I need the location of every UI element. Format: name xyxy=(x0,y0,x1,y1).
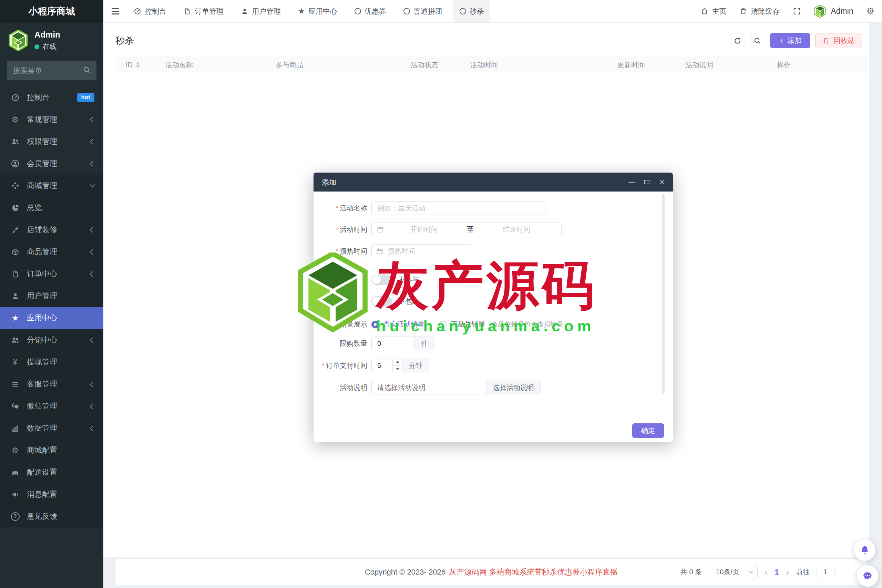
settings-gear-icon[interactable]: ⚙ xyxy=(867,6,874,16)
sidebar-item-shop-decor[interactable]: 店铺装修 xyxy=(0,219,104,241)
user-icon xyxy=(10,291,20,300)
sidebar-item-delivery[interactable]: 配送设置 xyxy=(0,461,104,483)
current-page-number[interactable]: 1 xyxy=(774,568,778,577)
sidebar-item-service[interactable]: 客服管理 xyxy=(0,373,104,395)
step-down-icon[interactable] xyxy=(393,366,402,372)
dialog-scrollbar[interactable] xyxy=(662,194,664,394)
wechat-icon xyxy=(10,402,20,411)
calendar-icon xyxy=(376,226,384,233)
maximize-icon[interactable] xyxy=(644,180,650,184)
sort-icon[interactable] xyxy=(136,62,140,68)
chevron-left-icon xyxy=(90,139,95,144)
fullscreen-button[interactable] xyxy=(793,7,801,15)
notification-bell-button[interactable] xyxy=(854,539,876,561)
goto-page-input[interactable] xyxy=(816,565,834,579)
pay-time-input[interactable] xyxy=(371,358,393,372)
sidebar-item-mall[interactable]: 商城管理 xyxy=(0,175,104,197)
tab-seckill[interactable]: 秒杀 xyxy=(453,0,490,22)
gears-icon: ⚙ xyxy=(10,115,20,124)
member-icon xyxy=(10,159,20,168)
tab-app-center[interactable]: ★ 应用中心 xyxy=(292,0,344,22)
start-time-placeholder[interactable]: 开始时间 xyxy=(384,225,464,234)
close-icon[interactable]: × xyxy=(659,177,664,187)
activity-name-input[interactable] xyxy=(371,201,545,215)
radio-total-sales[interactable] xyxy=(439,321,447,328)
sidebar: 小程序商城 Admin 在线 控制台 hot ⚙ 常规管理 xyxy=(0,0,104,588)
sidebar-item-dashboard[interactable]: 控制台 hot xyxy=(0,87,104,108)
activity-time-range-picker[interactable]: 开始时间 至 结束时间 xyxy=(371,222,562,236)
total-count: 共 0 条 xyxy=(681,567,702,577)
sidebar-item-message-config[interactable]: 消息配置 xyxy=(0,483,104,506)
column-header-description: 活动说明 xyxy=(686,60,777,70)
field-label-description: 活动说明 xyxy=(340,384,367,391)
gears-icon: ⚙ xyxy=(10,446,20,455)
search-icon xyxy=(82,66,91,74)
star-icon: ★ xyxy=(298,7,305,16)
sidebar-item-feedback[interactable]: ? 意见反馈 xyxy=(0,506,104,527)
sidebar-item-permissions[interactable]: 权限管理 xyxy=(0,130,104,153)
preheat-time-picker[interactable]: 预热时间 xyxy=(371,244,472,258)
recycle-bin-button[interactable]: 回收站 xyxy=(815,33,862,48)
table-header-row: ID 活动名称 参与商品 活动状态 活动时间 更新时间 活动说明 操作 xyxy=(116,57,867,73)
tab-user-management[interactable]: 用户管理 xyxy=(235,0,287,22)
pie-icon xyxy=(10,203,20,212)
top-navbar: 控制台 订单管理 用户管理 ★ 应用中心 优惠券 普通拼团 xyxy=(104,0,882,23)
home-icon xyxy=(700,7,708,15)
field-label-distribution: 是否参与分销 xyxy=(326,276,367,284)
column-header-id[interactable]: ID xyxy=(116,61,165,69)
user-profile[interactable]: Admin 在线 xyxy=(0,23,104,56)
step-up-icon[interactable] xyxy=(393,359,402,366)
radio-real-sales[interactable] xyxy=(371,321,379,328)
sidebar-item-mall-config[interactable]: ⚙ 商城配置 xyxy=(0,439,104,461)
order-file-icon xyxy=(10,269,20,278)
tab-order-management[interactable]: 订单管理 xyxy=(177,0,230,22)
sidebar-item-app-center[interactable]: ★ 应用中心 xyxy=(0,307,104,329)
dialog-body: *活动名称 *活动时间 开始时间 至 结束时间 *预热时间 预热时间 xyxy=(314,192,673,394)
user-status: 在线 xyxy=(43,42,57,51)
trash-icon xyxy=(740,7,747,15)
hamburger-menu-icon[interactable] xyxy=(104,0,128,22)
end-time-placeholder[interactable]: 结束时间 xyxy=(477,225,556,234)
copyright-link[interactable]: 灰产源码网 多端商城系统带秒杀优惠券小程序直播 xyxy=(449,567,618,578)
clear-cache-button[interactable]: 清除缓存 xyxy=(740,6,780,16)
refresh-button[interactable] xyxy=(730,33,745,48)
shipping-toggle[interactable] xyxy=(371,296,392,307)
purchase-limit-input[interactable] xyxy=(371,336,415,350)
chevron-left-icon xyxy=(90,337,95,343)
sidebar-item-general[interactable]: ⚙ 常规管理 xyxy=(0,108,104,130)
sidebar-item-wechat[interactable]: 微信管理 xyxy=(0,395,104,417)
chat-button[interactable] xyxy=(857,565,878,586)
home-link[interactable]: 主页 xyxy=(700,6,726,16)
sidebar-item-withdrawal[interactable]: ¥ 提现管理 xyxy=(0,351,104,373)
goods-box-icon xyxy=(10,248,20,256)
description-input[interactable] xyxy=(371,381,486,394)
admin-dropdown[interactable]: Admin xyxy=(814,5,853,18)
plus-icon: + xyxy=(778,36,784,45)
sidebar-item-distribution[interactable]: 分销中心 xyxy=(0,329,104,351)
sidebar-item-members[interactable]: 会员管理 xyxy=(0,153,104,175)
minimize-icon[interactable]: — xyxy=(628,178,634,186)
brush-icon xyxy=(10,225,20,234)
choose-description-button[interactable]: 选择活动说明 xyxy=(486,381,541,394)
brand-logo-icon xyxy=(8,30,28,51)
search-button[interactable] xyxy=(750,33,765,48)
expand-icon xyxy=(793,7,801,15)
app-title: 小程序商城 xyxy=(0,0,104,23)
page-size-select[interactable]: 10条/页 xyxy=(709,565,758,579)
sidebar-item-goods[interactable]: 商品管理 xyxy=(0,241,104,263)
prev-page-button[interactable]: ‹ xyxy=(765,567,768,577)
dialog-titlebar[interactable]: 添加 — × xyxy=(314,172,673,192)
sidebar-item-overview[interactable]: 总览 xyxy=(0,197,104,219)
sidebar-item-orders[interactable]: 订单中心 xyxy=(0,263,104,285)
confirm-button[interactable]: 确定 xyxy=(632,423,664,438)
sidebar-item-data[interactable]: 数据管理 xyxy=(0,417,104,439)
distribution-toggle[interactable] xyxy=(371,274,392,285)
tab-dashboard[interactable]: 控制台 xyxy=(128,0,172,22)
sidebar-item-users[interactable]: 用户管理 xyxy=(0,285,104,307)
tab-group-buy[interactable]: 普通拼团 xyxy=(397,0,448,22)
add-button[interactable]: + 添加 xyxy=(770,33,810,48)
list-icon xyxy=(10,380,20,388)
tab-coupons[interactable]: 优惠券 xyxy=(348,0,392,22)
shipping-state: 不包邮 xyxy=(398,297,419,306)
next-page-button[interactable]: › xyxy=(786,567,789,577)
